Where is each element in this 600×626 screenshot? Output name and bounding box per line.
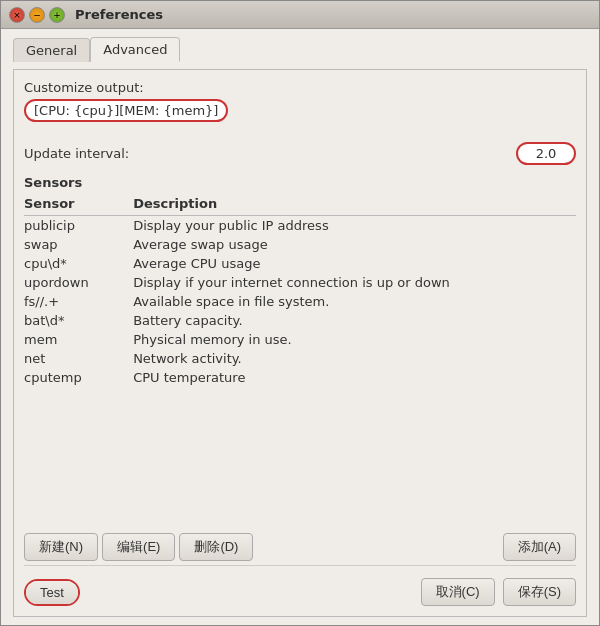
bottom-buttons-row1: 新建(N) 编辑(E) 删除(D) 添加(A)	[24, 525, 576, 561]
table-row[interactable]: memPhysical memory in use.	[24, 330, 576, 349]
delete-button[interactable]: 删除(D)	[179, 533, 253, 561]
sensor-name: net	[24, 349, 133, 368]
customize-output-value[interactable]: [CPU: {cpu}][MEM: {mem}]	[24, 99, 228, 122]
edit-button[interactable]: 编辑(E)	[102, 533, 175, 561]
cancel-button[interactable]: 取消(C)	[421, 578, 495, 606]
maximize-button[interactable]: +	[49, 7, 65, 23]
add-button[interactable]: 添加(A)	[503, 533, 576, 561]
sensors-title: Sensors	[24, 175, 576, 190]
col-description: Description	[133, 194, 576, 216]
minimize-icon: −	[33, 10, 41, 20]
sensor-description: Physical memory in use.	[133, 330, 576, 349]
table-row[interactable]: bat\d*Battery capacity.	[24, 311, 576, 330]
table-row[interactable]: cpu\d*Average CPU usage	[24, 254, 576, 273]
sensor-name: fs//.+	[24, 292, 133, 311]
tab-advanced[interactable]: Advanced	[90, 37, 180, 62]
sensor-description: Display if your internet connection is u…	[133, 273, 576, 292]
sensor-name: mem	[24, 330, 133, 349]
sensors-table-wrap: Sensor Description publicipDisplay your …	[24, 194, 576, 525]
tab-content-advanced: Customize output: [CPU: {cpu}][MEM: {mem…	[13, 69, 587, 617]
close-button[interactable]: ×	[9, 7, 25, 23]
sensor-description: Network activity.	[133, 349, 576, 368]
table-row[interactable]: fs//.+Available space in file system.	[24, 292, 576, 311]
sensor-name: publicip	[24, 216, 133, 236]
sensor-description: CPU temperature	[133, 368, 576, 387]
table-row[interactable]: cputempCPU temperature	[24, 368, 576, 387]
save-button[interactable]: 保存(S)	[503, 578, 576, 606]
test-button-wrap: Test	[24, 579, 80, 606]
update-interval-label: Update interval:	[24, 146, 129, 161]
update-interval-row: Update interval: 2.0	[24, 142, 576, 165]
maximize-icon: +	[53, 10, 61, 20]
sensor-name: cputemp	[24, 368, 133, 387]
update-interval-input[interactable]: 2.0	[516, 142, 576, 165]
sensor-description: Battery capacity.	[133, 311, 576, 330]
tab-bar: General Advanced	[13, 37, 587, 62]
window-controls: × − +	[9, 7, 65, 23]
tab-general[interactable]: General	[13, 38, 90, 62]
close-icon: ×	[13, 10, 21, 20]
separator	[24, 565, 576, 566]
sensor-description: Average CPU usage	[133, 254, 576, 273]
left-button-group: 新建(N) 编辑(E) 删除(D)	[24, 533, 253, 561]
sensor-name: bat\d*	[24, 311, 133, 330]
col-sensor: Sensor	[24, 194, 133, 216]
sensor-name: swap	[24, 235, 133, 254]
dialog-actions: 取消(C) 保存(S)	[421, 578, 576, 606]
window-content: General Advanced Customize output: [CPU:…	[1, 29, 599, 625]
customize-output-label: Customize output:	[24, 80, 576, 95]
title-bar: × − + Preferences	[1, 1, 599, 29]
sensor-name: cpu\d*	[24, 254, 133, 273]
sensor-description: Display your public IP address	[133, 216, 576, 236]
right-button-group: 添加(A)	[503, 533, 576, 561]
test-button[interactable]: Test	[26, 581, 78, 604]
sensor-description: Available space in file system.	[133, 292, 576, 311]
bottom-row-2: Test 取消(C) 保存(S)	[24, 570, 576, 606]
sensors-table: Sensor Description publicipDisplay your …	[24, 194, 576, 387]
new-button[interactable]: 新建(N)	[24, 533, 98, 561]
table-row[interactable]: swapAverage swap usage	[24, 235, 576, 254]
sensors-section: Sensors Sensor Description publicipDispl…	[24, 175, 576, 525]
table-row[interactable]: netNetwork activity.	[24, 349, 576, 368]
sensor-name: upordown	[24, 273, 133, 292]
table-row[interactable]: upordownDisplay if your internet connect…	[24, 273, 576, 292]
table-row[interactable]: publicipDisplay your public IP address	[24, 216, 576, 236]
window-title: Preferences	[75, 7, 163, 22]
sensor-description: Average swap usage	[133, 235, 576, 254]
minimize-button[interactable]: −	[29, 7, 45, 23]
preferences-window: × − + Preferences General Advanced Custo…	[0, 0, 600, 626]
